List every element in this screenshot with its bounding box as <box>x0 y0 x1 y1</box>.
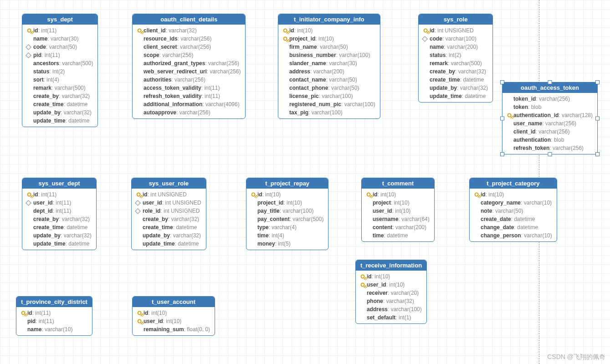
table-column[interactable]: contact_name: varchar(50) <box>278 76 380 84</box>
table-oauth_access_token[interactable]: oauth_access_tokentoken_id: varchar(256)… <box>502 82 598 154</box>
table-column[interactable]: create_time: datetime <box>419 76 492 84</box>
table-column[interactable]: id: int(10) <box>470 190 557 199</box>
table-column[interactable]: address: varchar(200) <box>278 67 380 76</box>
table-column[interactable]: create_by: varchar(32) <box>22 92 97 100</box>
table-column[interactable]: content: varchar(200) <box>362 223 434 231</box>
table-column[interactable]: web_server_redirect_uri: varchar(256) <box>133 67 245 76</box>
table-column[interactable]: create_time: datetime <box>22 223 96 231</box>
table-column[interactable]: code: varchar(100) <box>419 35 492 43</box>
table-column[interactable]: id: int(10) <box>133 309 215 317</box>
table-sys_role[interactable]: sys_roleid: int UNSIGNEDcode: varchar(10… <box>418 14 493 103</box>
table-header[interactable]: t_project_category <box>470 178 557 189</box>
table-column[interactable]: access_token_validity: int(11) <box>133 84 245 92</box>
table-header[interactable]: sys_role <box>419 14 492 25</box>
table-column[interactable]: id: int(10) <box>362 190 434 199</box>
table-column[interactable]: name: varchar(30) <box>22 35 97 43</box>
table-column[interactable]: remark: varchar(500) <box>22 84 97 92</box>
table-column[interactable]: autoapprove: varchar(256) <box>133 108 245 117</box>
table-header[interactable]: t_initiator_company_info <box>278 14 380 25</box>
table-column[interactable]: refresh_token_validity: int(11) <box>133 92 245 100</box>
table-column[interactable]: update_by: varchar(32) <box>419 84 492 92</box>
table-column[interactable]: additional_information: varchar(4096) <box>133 100 245 108</box>
table-header[interactable]: oauth_client_details <box>133 14 245 25</box>
table-column[interactable]: time: int(4) <box>246 231 328 240</box>
table-sys_user_dept[interactable]: sys_user_deptid: int(11)user_id: int(11)… <box>22 178 97 250</box>
table-column[interactable]: status: int(2) <box>22 67 97 76</box>
table-column[interactable]: id: int UNSIGNED <box>132 190 206 199</box>
table-column[interactable]: id: int(10) <box>278 26 380 35</box>
table-column[interactable]: project_id: int(10) <box>278 35 380 43</box>
table-header[interactable]: t_receive_information <box>356 260 426 271</box>
table-column[interactable]: registered_num_pic: varchar(100) <box>278 100 380 108</box>
table-column[interactable]: pid: int(11) <box>16 317 92 325</box>
table-column[interactable]: dept_id: int(11) <box>22 207 96 215</box>
table-column[interactable]: pay_title: varchar(100) <box>246 207 328 215</box>
table-column[interactable]: id: int UNSIGNED <box>419 26 492 35</box>
table-header[interactable]: oauth_access_token <box>502 82 597 93</box>
table-column[interactable]: status: int(2) <box>419 51 492 59</box>
table-column[interactable]: phone: varchar(32) <box>356 297 426 305</box>
table-column[interactable]: create_by: varchar(32) <box>132 215 206 223</box>
table-column[interactable]: client_id: varchar(32) <box>133 26 245 35</box>
table-sys_user_role[interactable]: sys_user_roleid: int UNSIGNEDuser_id: in… <box>131 178 206 250</box>
table-column[interactable]: note: varchar(50) <box>470 207 557 215</box>
table-column[interactable]: set_default: int(1) <box>356 313 426 322</box>
table-column[interactable]: create_by: varchar(32) <box>419 67 492 76</box>
table-column[interactable]: id: int(11) <box>22 190 96 199</box>
table-t_project_category[interactable]: t_project_categoryid: int(10)category_na… <box>469 178 557 242</box>
table-column[interactable]: role_id: int UNSIGNED <box>132 207 206 215</box>
table-column[interactable]: authentication: blob <box>502 136 597 144</box>
table-column[interactable]: update_time: datetime <box>22 117 97 125</box>
table-column[interactable]: user_id: int UNSIGNED <box>132 199 206 207</box>
table-header[interactable]: sys_dept <box>22 14 97 25</box>
table-column[interactable]: contact_phone: varchar(50) <box>278 84 380 92</box>
table-column[interactable]: update_time: datetime <box>132 240 206 248</box>
table-header[interactable]: t_project_repay <box>246 178 328 189</box>
table-column[interactable]: pay_content: varchar(500) <box>246 215 328 223</box>
table-column[interactable]: create_time: datetime <box>22 100 97 108</box>
table-t_province_city_district[interactable]: t_province_city_districtid: int(11)pid: … <box>16 296 92 336</box>
table-column[interactable]: change_person: varchar(10) <box>470 231 557 240</box>
table-column[interactable]: user_name: varchar(256) <box>502 119 597 128</box>
table-column[interactable]: user_id: int(11) <box>22 199 96 207</box>
table-column[interactable]: remaining_sum: float(0, 0) <box>133 325 215 333</box>
table-column[interactable]: user_id: int(10) <box>362 207 434 215</box>
table-column[interactable]: token_id: varchar(256) <box>502 95 597 103</box>
table-t_initiator_company_info[interactable]: t_initiator_company_infoid: int(10)proje… <box>278 14 380 119</box>
table-column[interactable]: scope: varchar(256) <box>133 51 245 59</box>
table-column[interactable]: update_time: datetime <box>22 240 96 248</box>
table-column[interactable]: refresh_token: varchar(256) <box>502 144 597 152</box>
table-column[interactable]: money: int(5) <box>246 240 328 248</box>
table-column[interactable]: change_date: datetime <box>470 223 557 231</box>
table-column[interactable]: business_number: varchar(100) <box>278 51 380 59</box>
table-column[interactable]: user_id: int(10) <box>133 317 215 325</box>
table-column[interactable]: id: int(11) <box>22 26 97 35</box>
table-column[interactable]: slander_name: varchar(30) <box>278 59 380 67</box>
table-column[interactable]: update_time: datetime <box>419 92 492 100</box>
table-column[interactable]: authorized_grant_types: varchar(256) <box>133 59 245 67</box>
table-header[interactable]: sys_user_role <box>132 178 206 189</box>
table-column[interactable]: client_secret: varchar(256) <box>133 43 245 51</box>
table-column[interactable]: name: varchar(10) <box>16 325 92 333</box>
table-oauth_client_details[interactable]: oauth_client_detailsclient_id: varchar(3… <box>132 14 246 119</box>
table-column[interactable]: id: int(10) <box>246 190 328 199</box>
table-header[interactable]: t_comment <box>362 178 434 189</box>
table-column[interactable]: create_date: datetime <box>470 215 557 223</box>
table-column[interactable]: sort: int(4) <box>22 76 97 84</box>
table-column[interactable]: receiver: varchar(20) <box>356 289 426 297</box>
table-column[interactable]: time: datetime <box>362 231 434 240</box>
table-header[interactable]: t_province_city_district <box>16 297 92 307</box>
table-column[interactable]: address: varchar(100) <box>356 305 426 313</box>
table-column[interactable]: id: int(11) <box>16 309 92 317</box>
table-t_user_account[interactable]: t_user_accountid: int(10)user_id: int(10… <box>132 296 215 336</box>
table-column[interactable]: name: varchar(200) <box>419 43 492 51</box>
table-column[interactable]: project_id: int(10) <box>246 199 328 207</box>
table-column[interactable]: pid: int(11) <box>22 51 97 59</box>
table-column[interactable]: id: int(10) <box>356 272 426 281</box>
table-column[interactable]: username: varchar(64) <box>362 215 434 223</box>
table-column[interactable]: code: varchar(50) <box>22 43 97 51</box>
table-column[interactable]: remark: varchar(500) <box>419 59 492 67</box>
table-column[interactable]: authorities: varchar(256) <box>133 76 245 84</box>
table-header[interactable]: t_user_account <box>133 297 215 307</box>
table-column[interactable]: token: blob <box>502 103 597 111</box>
